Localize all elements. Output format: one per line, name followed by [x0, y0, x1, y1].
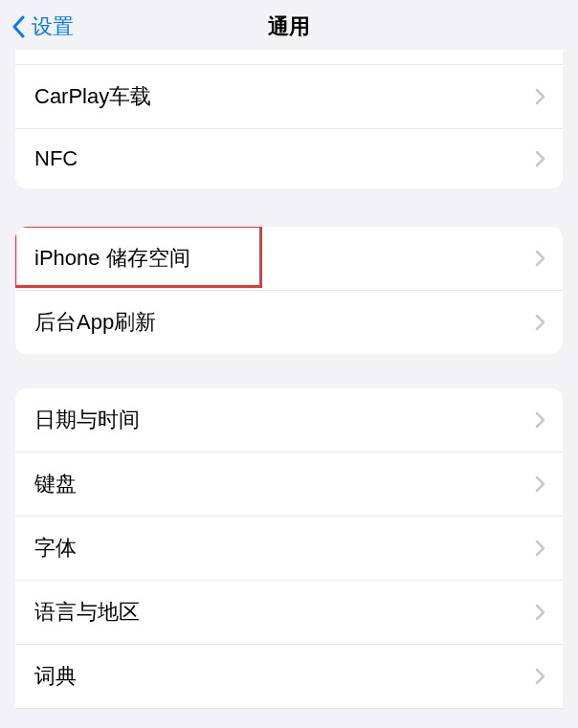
chevron-right-icon: [535, 475, 545, 493]
chevron-right-icon: [535, 411, 545, 429]
chevron-right-icon: [535, 540, 545, 557]
row-iphone-storage[interactable]: iPhone 储存空间: [15, 227, 563, 291]
row-background-app-refresh[interactable]: 后台App刷新: [15, 291, 563, 354]
chevron-right-icon: [535, 604, 545, 621]
settings-group-3: 日期与时间 键盘 字体 语言与地区 词典: [15, 388, 563, 709]
content: CarPlay车载 NFC iPhone 储存空间 后台App刷新 日期与时间 …: [0, 54, 578, 709]
chevron-left-icon: [11, 15, 26, 38]
back-label: 设置: [32, 12, 74, 41]
row-date-time[interactable]: 日期与时间: [15, 388, 563, 452]
nav-bar: 设置 通用: [0, 0, 578, 54]
settings-group-1: CarPlay车载 NFC: [15, 50, 563, 188]
chevron-right-icon: [535, 250, 545, 267]
row-label: iPhone 储存空间: [34, 244, 190, 273]
row-label: 后台App刷新: [34, 308, 156, 337]
row-label: 日期与时间: [34, 406, 140, 434]
chevron-right-icon: [535, 150, 545, 167]
back-button[interactable]: 设置: [0, 12, 74, 41]
partial-row: [15, 50, 563, 65]
row-language-region[interactable]: 语言与地区: [15, 581, 563, 645]
row-keyboard[interactable]: 键盘: [15, 452, 563, 517]
page-title: 通用: [268, 12, 310, 41]
row-carplay[interactable]: CarPlay车载: [15, 65, 563, 129]
row-fonts[interactable]: 字体: [15, 517, 563, 581]
settings-group-2: iPhone 储存空间 后台App刷新: [15, 227, 563, 354]
row-label: 词典: [34, 662, 77, 691]
row-label: 字体: [34, 534, 77, 563]
row-dictionary[interactable]: 词典: [15, 645, 563, 709]
chevron-right-icon: [535, 314, 545, 331]
row-label: 语言与地区: [34, 598, 140, 627]
row-label: NFC: [34, 146, 78, 171]
row-label: CarPlay车载: [34, 82, 151, 111]
row-nfc[interactable]: NFC: [15, 129, 563, 188]
chevron-right-icon: [535, 668, 545, 685]
row-label: 键盘: [34, 470, 77, 498]
chevron-right-icon: [535, 88, 545, 105]
